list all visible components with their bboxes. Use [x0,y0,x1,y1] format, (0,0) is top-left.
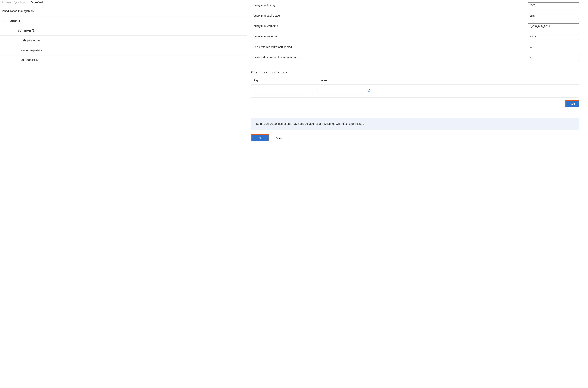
tree-label: trino (3) [10,19,22,23]
tree-node-trino[interactable]: trino (3) [0,16,247,26]
tree-leaf-config-properties[interactable]: config.properties [0,45,247,55]
custom-headers: key value [251,79,579,85]
custom-config-row [251,85,579,98]
config-input-preferred-write-partitioning-min-num[interactable] [528,55,579,60]
custom-value-header: value [320,79,327,82]
save-icon [1,1,4,4]
discard-label: Discard [18,1,27,4]
config-row: preferred-write-partitioning-min-num… [251,52,579,63]
config-input-query-max-memory[interactable] [528,34,579,39]
config-label: query.min-expire-age [254,14,280,17]
refresh-label: Refresh [34,1,44,4]
action-bar: Ok Cancel [251,134,579,142]
chevron-down-icon [11,30,14,32]
discard-button[interactable]: Discard [14,1,27,4]
tree-leaf-node-properties[interactable]: node.properties [0,35,247,45]
refresh-icon [30,1,33,4]
custom-configurations-heading: Custom configurations [251,63,579,79]
config-label: query.max-memory [254,35,278,38]
tree-label: node.properties [20,39,41,42]
config-label: preferred-write-partitioning-min-num… [254,56,301,59]
custom-key-header: key [254,79,320,82]
trash-icon [368,89,371,93]
ok-button[interactable]: Ok [252,135,268,141]
ok-button-highlight: Ok [251,134,269,142]
tree-label: common (3) [18,29,36,32]
tree-node-common[interactable]: common (3) [0,26,247,35]
config-input-query-max-cpu-time[interactable] [528,23,579,29]
config-label: use-preferred-write-partitioning [254,46,292,49]
add-row: Add [251,98,579,111]
page-title: Configuration management [0,6,247,16]
custom-key-input[interactable] [254,88,312,94]
tree-label: config.properties [20,48,42,52]
config-input-query-min-expire-age[interactable] [528,13,579,19]
config-row: query.min-expire-age [251,10,579,21]
chevron-down-icon [3,20,6,22]
save-label: Save [5,1,11,4]
undo-icon [14,1,17,4]
custom-value-input[interactable] [317,88,362,94]
config-input-use-preferred-write-partitioning[interactable] [528,44,579,50]
config-tree: trino (3) common (3) node.properties con… [0,16,247,65]
config-row: query.max-history [251,0,579,10]
tree-label: log.properties [20,58,38,62]
config-rows: query.max-history query.min-expire-age q… [251,0,579,63]
toolbar: Save Discard Refresh [0,0,247,6]
add-button-highlight: Add [565,100,579,107]
config-label: query.max-history [254,4,276,7]
delete-row-button[interactable] [367,89,371,94]
config-row: use-preferred-write-partitioning [251,42,579,52]
add-button[interactable]: Add [566,101,579,107]
refresh-button[interactable]: Refresh [30,1,44,4]
cancel-button[interactable]: Cancel [272,135,288,141]
svg-rect-0 [2,2,3,3]
config-input-query-max-history[interactable] [528,2,579,8]
info-banner: Some service configurations may need ser… [251,118,579,130]
config-label: query.max-cpu-time [254,24,278,28]
save-button[interactable]: Save [1,1,11,4]
tree-leaf-log-properties[interactable]: log.properties [0,55,247,65]
config-row: query.max-cpu-time [251,21,579,31]
config-row: query.max-memory [251,31,579,42]
